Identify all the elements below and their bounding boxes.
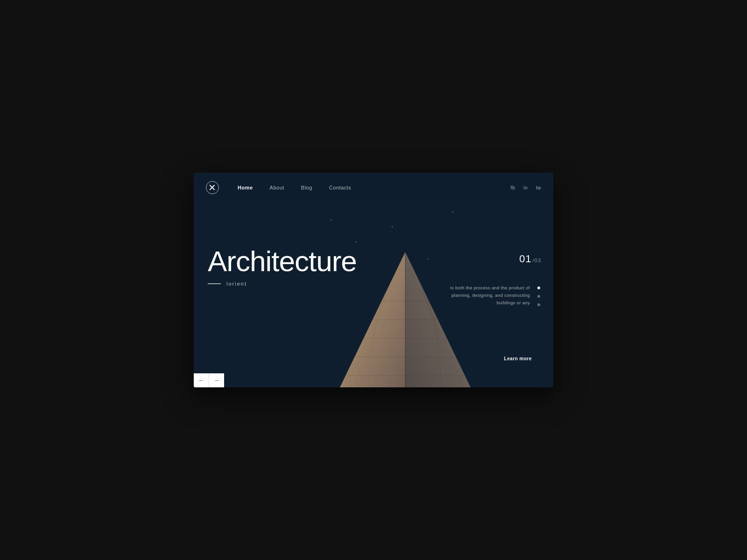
nav-link-blog[interactable]: Blog bbox=[301, 185, 312, 190]
slide-subtitle: lorient bbox=[208, 281, 247, 287]
slide-dots bbox=[537, 287, 540, 306]
social-links: fb in tw bbox=[511, 185, 541, 190]
slide-description: Is both the process and the product of p… bbox=[437, 284, 530, 307]
dot-2[interactable] bbox=[537, 295, 540, 298]
nav-link-about[interactable]: About bbox=[270, 185, 284, 190]
counter-current: 01 bbox=[519, 253, 531, 265]
prev-arrow-button[interactable]: ← bbox=[194, 373, 209, 387]
subtitle-line bbox=[208, 283, 221, 284]
browser-window: ✕ Home About Blog Contacts fb in tw Arch… bbox=[194, 173, 553, 387]
slide-title: Architecture bbox=[208, 247, 357, 276]
social-tw[interactable]: tw bbox=[536, 185, 541, 190]
main-content: Architecture lorient 01 /03 Is both the … bbox=[194, 203, 553, 387]
navbar: ✕ Home About Blog Contacts fb in tw bbox=[194, 173, 553, 203]
nav-link-contacts[interactable]: Contacts bbox=[329, 185, 351, 190]
nav-links: Home About Blog Contacts bbox=[238, 185, 511, 190]
logo-icon: ✕ bbox=[206, 181, 219, 194]
next-arrow-button[interactable]: → bbox=[209, 373, 224, 387]
subtitle-text: lorient bbox=[226, 281, 247, 287]
counter-total: /03 bbox=[533, 258, 541, 263]
dot-1[interactable] bbox=[537, 287, 540, 289]
social-fb[interactable]: fb bbox=[511, 185, 515, 190]
nav-arrows: ← → bbox=[194, 373, 224, 387]
learn-more-link[interactable]: Learn more bbox=[504, 356, 532, 361]
social-in[interactable]: in bbox=[523, 185, 528, 190]
description-text: Is both the process and the product of p… bbox=[437, 284, 530, 307]
logo[interactable]: ✕ bbox=[206, 181, 219, 194]
slide-counter: 01 /03 bbox=[519, 253, 541, 265]
dot-3[interactable] bbox=[537, 303, 540, 306]
nav-link-home[interactable]: Home bbox=[238, 185, 253, 190]
